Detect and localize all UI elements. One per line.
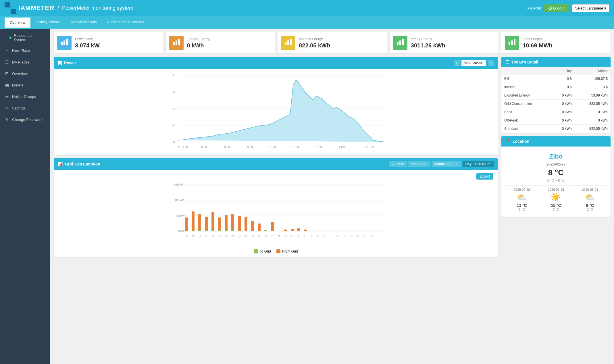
- logo: IAMMETER: [5, 2, 54, 14]
- date-prev-button[interactable]: ‹: [454, 60, 460, 66]
- stat-label: Total Energy: [523, 37, 552, 41]
- to-grid-label: To Grid: [260, 249, 271, 253]
- svg-rect-14: [399, 41, 401, 45]
- sidebar-item-label: Change Password: [12, 118, 43, 122]
- gc-btn-year[interactable]: Year: 2020: [408, 161, 430, 167]
- svg-text:12: 12: [363, 234, 366, 237]
- svg-text:3: 3: [304, 234, 305, 237]
- col-day-header: Day: [551, 67, 575, 75]
- row-day: 0 kWh: [551, 100, 575, 108]
- stat-label: Today's Energy: [187, 37, 211, 41]
- gc-btn-all-year[interactable]: All Year: [389, 161, 407, 167]
- sidebar-item-label: Settings: [12, 106, 26, 110]
- status-dot: [9, 36, 11, 39]
- two-col-layout: 🖼 Power ‹ 2020-02-26 › 8k 6k: [54, 57, 611, 261]
- svg-text:26: 26: [264, 234, 267, 237]
- row-month: 822.05 kWh: [575, 100, 611, 108]
- svg-rect-0: [5, 2, 10, 7]
- stat-card-yearly: Yearly Energy 3011.26 kWh: [390, 32, 499, 53]
- sidebar-item-meters[interactable]: ▣ Meters: [0, 79, 50, 91]
- row-day: 0 $: [551, 83, 575, 91]
- row-month: 0 $: [575, 83, 611, 91]
- svg-rect-50: [192, 231, 195, 231]
- date-next-button[interactable]: ›: [488, 60, 494, 66]
- sidebar-item-residential-system[interactable]: Residential System: [0, 31, 50, 44]
- sidebar-item-my-places[interactable]: ☰ My Places: [0, 56, 50, 68]
- table-row: Off-Peak 0 kWh 0 kWh: [501, 116, 611, 125]
- svg-text:15:00: 15:00: [293, 146, 300, 149]
- svg-text:10: 10: [350, 234, 353, 237]
- sidebar-item-new-place[interactable]: ＋ New Place: [0, 44, 50, 56]
- svg-rect-69: [271, 222, 274, 231]
- today-detail-title: Today's Detail: [511, 60, 538, 64]
- export-button[interactable]: Export: [476, 173, 493, 180]
- svg-text:7: 7: [330, 234, 332, 237]
- logout-button[interactable]: ⏻ Logout: [544, 4, 568, 12]
- sidebar-item-label: New Place: [12, 48, 30, 53]
- row-day: 0 kWh: [551, 91, 575, 100]
- svg-rect-65: [251, 221, 254, 231]
- stat-info-today: Today's Energy 0 kWh: [187, 37, 211, 49]
- sidebar-item-settings[interactable]: ⚙ Settings: [0, 102, 50, 114]
- main-layout: Residential System ＋ New Place ☰ My Plac…: [0, 29, 614, 364]
- grid-consumption-panel: 📊 Grid Consumption All Year Year: 2020 M…: [54, 158, 498, 257]
- svg-text:16: 16: [198, 234, 201, 237]
- power-chart-panel: 🖼 Power ‹ 2020-02-26 › 8k 6k: [54, 57, 498, 155]
- svg-rect-11: [287, 41, 289, 45]
- gc-btn-month[interactable]: Month: 2020-02: [432, 161, 461, 167]
- svg-text:27. Fel: 27. Fel: [365, 146, 374, 149]
- chart-legend: To Grid From Grid: [56, 248, 496, 255]
- sidebar-item-change-password[interactable]: ✎ Change Password: [0, 114, 50, 125]
- tab-report-analysis[interactable]: Report Analysis: [66, 17, 102, 28]
- location-panel: 📍 Location Zibo 2020-02-27 8 °C 6 °C ~ 8…: [501, 136, 611, 217]
- sidebar-item-overview[interactable]: ⊞ Overview: [0, 68, 50, 79]
- row-month: 822.05 kWh: [575, 125, 611, 133]
- total-energy-icon: [505, 36, 519, 50]
- weather-date: 2020-03-01: [582, 188, 598, 191]
- logo-text: IAMMETER: [18, 4, 54, 12]
- header: IAMMETER / PowerMeter monitoring system …: [0, 0, 614, 16]
- places-icon: ☰: [5, 60, 9, 64]
- svg-rect-63: [238, 216, 241, 231]
- weather-high: 9 °C: [582, 203, 598, 208]
- row-month: 189.07 $: [575, 75, 611, 83]
- svg-rect-15: [402, 39, 404, 45]
- row-month: 0 kWh: [575, 108, 611, 116]
- meterbit-link[interactable]: Meterbit: [527, 6, 541, 10]
- svg-rect-61: [231, 214, 234, 231]
- stat-info-total: Total Energy 10.69 MWh: [523, 37, 552, 49]
- stat-label: Power Now: [75, 37, 100, 41]
- svg-rect-59: [225, 215, 228, 231]
- col-left: 🖼 Power ‹ 2020-02-26 › 8k 6k: [54, 57, 498, 261]
- svg-text:21: 21: [231, 234, 234, 237]
- notice-icon: ☰: [5, 94, 9, 99]
- row-label: Exported Energy: [501, 91, 551, 100]
- svg-rect-47: [185, 217, 188, 231]
- language-select[interactable]: Select Language ▾: [572, 4, 609, 12]
- table-row: Grid Consumption 0 kWh 822.05 kWh: [501, 100, 611, 108]
- tab-auto-sending[interactable]: Auto-Sending Settings: [102, 17, 149, 28]
- stat-info-yearly: Yearly Energy 3011.26 kWh: [411, 37, 445, 49]
- tab-history-record[interactable]: History Record: [30, 17, 66, 28]
- weather-day: 2020-02-29 ☀️ 15 °C 5 °C: [548, 188, 564, 211]
- tab-overview[interactable]: Overview: [5, 18, 30, 28]
- col-month-header: Month: [575, 67, 611, 75]
- sidebar-item-notice-groups[interactable]: ☰ Notice Groups: [0, 91, 50, 102]
- svg-rect-49: [192, 211, 195, 231]
- chart-date-display: 2020-02-26: [461, 60, 486, 66]
- stat-label: Yearly Energy: [411, 37, 445, 41]
- legend-to-grid: To Grid: [254, 249, 271, 253]
- svg-text:23: 23: [245, 234, 247, 237]
- row-label: Peak: [501, 108, 551, 116]
- svg-text:20: 20: [225, 234, 228, 237]
- weather-high: 15 °C: [548, 203, 564, 208]
- svg-text:14: 14: [185, 234, 188, 237]
- svg-text:29: 29: [284, 234, 287, 237]
- weather-day: 2020-03-01 ⛅ 9 °C 2 °C: [582, 188, 598, 211]
- detail-table: Day Month Bill 0 $ 189.07 $Income 0 $ 0 …: [501, 67, 611, 133]
- row-label: Off-Peak: [501, 116, 551, 125]
- location-date: 2020-02-27: [505, 162, 607, 166]
- gc-btn-day[interactable]: Day: 2020-02-27: [463, 161, 494, 167]
- power-chart-svg: 8k 6k 4k 2k 0k 26. Feb: [56, 71, 496, 152]
- stat-card-today-energy: Today's Energy 0 kWh: [166, 32, 275, 53]
